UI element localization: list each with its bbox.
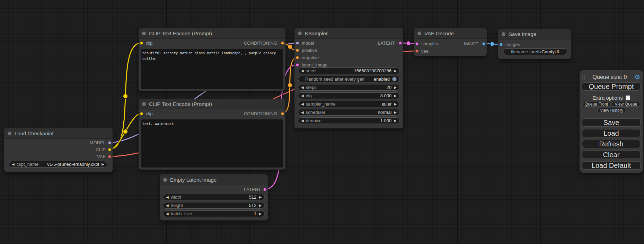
output-slot-image-dot[interactable] [482,42,485,45]
stepper-right-icon[interactable]: ▶ [394,119,397,123]
widget-cfg[interactable]: ◀ cfg 8.000 ▶ [298,92,400,99]
collapse-dot-icon[interactable] [142,102,146,106]
node-title-bar[interactable]: CLIP Text Encode (Prompt) [139,28,285,39]
stepper-left-icon[interactable]: ◀ [301,69,304,73]
link-midpoint-dot [288,45,292,49]
stepper-left-icon[interactable]: ◀ [166,204,169,207]
widget-scheduler[interactable]: ◀ scheduler normal ▶ [298,109,400,116]
collapse-dot-icon[interactable] [163,178,167,182]
widget-denoise[interactable]: ◀ denoise 1.000 ▶ [298,117,400,124]
stepper-left-icon[interactable]: ◀ [301,119,304,123]
input-label-positive: positive [302,48,317,53]
output-slot-conditioning-dot[interactable] [281,42,284,45]
prompt-textarea[interactable]: text, watermark [141,119,283,168]
collapse-dot-icon[interactable] [142,31,146,35]
output-slot-clip-dot[interactable] [108,148,111,151]
widget-ckpt-name[interactable]: ◀ ckpt_name v1-5-pruned-emaonly.ckpt ▶ [9,161,107,168]
node-title-bar[interactable]: Empty Latent Image [160,174,268,185]
input-slot-clip-dot[interactable] [140,112,143,115]
output-label-model: MODEL [90,140,106,145]
input-slot-images-dot[interactable] [500,43,503,46]
output-label-conditioning: CONDITIONING [244,40,277,46]
node-load-checkpoint[interactable]: Load Checkpoint MODEL CLIP VAE ◀ ckpt_na… [4,128,113,172]
node-title-bar[interactable]: VAE Decode [414,28,487,39]
input-label-latent-image: latent_image [302,62,327,67]
stepper-left-icon[interactable]: ◀ [12,163,15,166]
output-slot-vae-dot[interactable] [108,155,111,158]
input-slot-negative-dot[interactable] [296,56,299,59]
collapse-dot-icon[interactable] [502,32,505,36]
collapse-dot-icon[interactable] [417,31,421,35]
queue-front-button[interactable]: Queue Front [582,102,610,107]
input-slot-samples-dot[interactable] [415,42,418,45]
collapse-dot-icon[interactable] [298,31,302,35]
output-label-latent: LATENT [378,40,395,46]
input-slot-latent-image-dot[interactable] [296,63,299,66]
extra-options-checkbox[interactable] [626,96,630,100]
stepper-right-icon[interactable]: ▶ [394,111,397,114]
view-queue-button[interactable]: View Queue [612,102,640,107]
save-button[interactable]: Save [582,118,641,127]
stepper-left-icon[interactable]: ◀ [301,86,304,89]
widget-batch-size[interactable]: ◀ batch_size 1 ▶ [163,210,265,217]
output-slot-latent-dot[interactable] [263,188,266,191]
output-label-clip: CLIP [96,147,106,152]
queue-prompt-button[interactable]: Queue Prompt [582,82,641,91]
node-vae-decode[interactable]: VAE Decode samples IMAGE vae [414,28,487,56]
toggle-knob-icon[interactable] [392,77,397,81]
input-slot-clip-dot[interactable] [140,42,143,45]
output-slot-latent-dot[interactable] [399,42,402,45]
input-slot-vae-dot[interactable] [415,49,418,53]
stepper-right-icon[interactable]: ▶ [259,204,262,207]
gear-icon[interactable]: ⚙ [634,74,640,80]
node-save-image[interactable]: Save Image images filename_prefix ComfyU… [498,29,571,59]
node-ksampler[interactable]: KSampler model LATENT positive negative … [294,28,403,128]
refresh-button[interactable]: Refresh [582,140,641,148]
node-title: Save Image [509,31,536,37]
load-default-button[interactable]: Load Default [582,161,641,170]
stepper-left-icon[interactable]: ◀ [301,94,304,98]
widget-filename-prefix[interactable]: filename_prefix ComfyUI [503,48,567,55]
stepper-right-icon[interactable]: ▶ [259,196,262,199]
widget-width[interactable]: ◀ width 512 ▶ [163,194,265,200]
stepper-right-icon[interactable]: ▶ [394,69,397,73]
node-title-bar[interactable]: Load Checkpoint [4,128,113,139]
node-empty-latent-image[interactable]: Empty Latent Image LATENT ◀ width 512 ▶ … [160,174,268,220]
load-button[interactable]: Load [582,129,641,137]
stepper-right-icon[interactable]: ▶ [394,102,397,106]
collapse-dot-icon[interactable] [8,132,11,135]
output-label-conditioning: CONDITIONING [244,111,277,116]
widget-height[interactable]: ◀ height 512 ▶ [163,202,265,209]
node-clip-text-encode-negative[interactable]: CLIP Text Encode (Prompt) clip CONDITION… [139,99,285,170]
stepper-left-icon[interactable]: ◀ [166,196,169,199]
input-label-negative: negative [302,55,319,60]
stepper-right-icon[interactable]: ▶ [102,163,104,166]
widget-steps[interactable]: ◀ steps 20 ▶ [298,84,400,91]
widget-seed[interactable]: ◀ seed 156680208700286 ▶ [298,67,400,74]
stepper-left-icon[interactable]: ◀ [301,102,304,106]
stepper-right-icon[interactable]: ▶ [394,86,397,89]
stepper-left-icon[interactable]: ◀ [166,212,169,216]
drag-handle-icon[interactable] [582,75,585,79]
clear-button[interactable]: Clear [582,151,641,159]
prompt-textarea[interactable]: beautiful scenery nature glass bottle la… [141,49,283,89]
input-slot-model-dot[interactable] [296,42,299,45]
node-title-bar[interactable]: CLIP Text Encode (Prompt) [139,99,285,109]
node-clip-text-encode-positive[interactable]: CLIP Text Encode (Prompt) clip CONDITION… [139,28,285,91]
output-slot-model-dot[interactable] [108,141,111,144]
widget-random-seed-toggle[interactable]: Random seed after every gen enabled [298,76,400,82]
node-title-bar[interactable]: KSampler [294,28,403,39]
stepper-right-icon[interactable]: ▶ [394,94,397,98]
stepper-left-icon[interactable]: ◀ [301,111,304,114]
output-label-vae: VAE [97,154,106,159]
view-history-button[interactable]: View History [597,108,626,113]
input-label-vae: vae [421,48,429,54]
stepper-right-icon[interactable]: ▶ [259,212,262,216]
node-title-bar[interactable]: Save Image [498,29,571,39]
output-slot-conditioning-dot[interactable] [281,112,284,115]
link-midpoint-dot [123,94,128,99]
input-slot-positive-dot[interactable] [296,49,299,52]
link-midpoint-dot [123,129,128,134]
node-graph-canvas[interactable]: Load Checkpoint MODEL CLIP VAE ◀ ckpt_na… [0,0,644,244]
widget-sampler-name[interactable]: ◀ sampler_name euler ▶ [298,101,400,107]
